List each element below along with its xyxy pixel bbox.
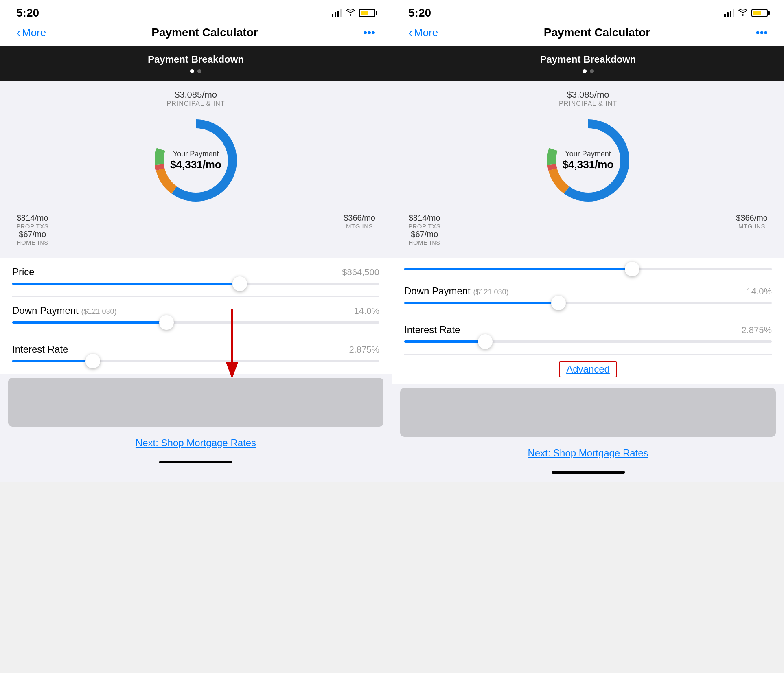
- price-label: Price: [12, 266, 35, 278]
- price-slider-thumb[interactable]: [232, 276, 247, 291]
- mtgins-label-left: MTG INS: [344, 223, 375, 230]
- donut-center-amount-right: $4,331/mo: [563, 158, 614, 171]
- bottom-labels-left: $814/mo PROP TXS $67/mo HOME INS $366/mo…: [12, 213, 379, 246]
- next-link-left[interactable]: Next: Shop Mortgage Rates: [136, 437, 256, 448]
- interest-rate-label-right: Interest Rate: [404, 324, 460, 335]
- chevron-left-icon-left: ‹: [16, 26, 20, 39]
- header-dots-right: [400, 69, 776, 73]
- top-label-text-right: PRINCIPAL & INT: [559, 100, 617, 107]
- price-slider-row: Price $864,500: [12, 258, 379, 297]
- down-payment-sublabel: ($121,030): [81, 307, 116, 316]
- interest-rate-slider-header: Interest Rate 2.875%: [12, 344, 379, 355]
- battery-icon-left: [359, 9, 375, 17]
- donut-center-label-right: Your Payment: [563, 150, 614, 158]
- bottom-label-proptx-right: $814/mo PROP TXS $67/mo HOME INS: [408, 213, 440, 246]
- down-payment-slider-thumb-right[interactable]: [551, 296, 566, 310]
- price-slider-fill-right: [404, 268, 632, 270]
- next-button-right[interactable]: Next: Shop Mortgage Rates: [392, 441, 784, 467]
- proptx-amount-right: $814/mo: [408, 213, 440, 223]
- price-slider-track[interactable]: [12, 283, 379, 285]
- signal-icon-right: [724, 9, 734, 17]
- price-slider-track-right[interactable]: [404, 268, 772, 270]
- price-slider-header: Price $864,500: [12, 266, 379, 278]
- more-button-right[interactable]: •••: [756, 26, 768, 39]
- nav-bar-right: ‹ More Payment Calculator •••: [392, 23, 784, 46]
- interest-rate-value: 2.875%: [349, 344, 379, 355]
- down-payment-slider-fill-right: [404, 302, 558, 304]
- top-label-text-left: PRINCIPAL & INT: [166, 100, 225, 107]
- main-content-left: Payment Breakdown $3,085/mo PRINCIPAL & …: [0, 46, 392, 482]
- down-payment-slider-thumb[interactable]: [159, 315, 174, 330]
- donut-center-left: Your Payment $4,331/mo: [170, 150, 221, 171]
- interest-rate-slider-track-right[interactable]: [404, 340, 772, 343]
- payment-breakdown-header-left: Payment Breakdown: [0, 46, 392, 81]
- interest-rate-slider-row-right: Interest Rate 2.875%: [404, 316, 772, 355]
- nav-bar-left: ‹ More Payment Calculator •••: [0, 23, 392, 46]
- down-payment-sublabel-right: ($121,030): [473, 288, 508, 296]
- donut-chart-right: Your Payment $4,331/mo: [539, 112, 637, 209]
- bottom-label-mtgins-right: $366/mo MTG INS: [736, 213, 768, 246]
- interest-rate-slider-thumb[interactable]: [85, 354, 100, 368]
- top-label-right: $3,085/mo PRINCIPAL & INT: [559, 90, 617, 107]
- status-bar-right: 5:20: [392, 0, 784, 23]
- wifi-icon-right: [738, 9, 747, 18]
- homeins-amount-left: $67/mo: [16, 230, 48, 239]
- page-title-left: Payment Calculator: [151, 26, 258, 39]
- down-payment-slider-fill: [12, 321, 166, 324]
- payment-breakdown-header-right: Payment Breakdown: [392, 46, 784, 81]
- back-button-right[interactable]: ‹ More: [408, 26, 438, 39]
- mtgins-amount-left: $366/mo: [344, 213, 375, 223]
- back-label-right: More: [414, 26, 438, 39]
- next-button-left[interactable]: Next: Shop Mortgage Rates: [0, 431, 392, 457]
- header-dots-left: [8, 69, 383, 73]
- payment-breakdown-title-left: Payment Breakdown: [8, 54, 383, 65]
- dot-active-left: [190, 69, 194, 73]
- interest-rate-slider-track[interactable]: [12, 360, 379, 362]
- proptx-label-right: PROP TXS: [408, 223, 440, 230]
- interest-rate-slider-thumb-right[interactable]: [478, 334, 493, 349]
- screen-left: 5:20 ‹ More Pa: [0, 0, 392, 482]
- down-payment-slider-track-right[interactable]: [404, 302, 772, 304]
- dot-active-right: [583, 69, 587, 73]
- price-slider-row-right: [404, 258, 772, 277]
- sliders-section-left: Price $864,500 Down Payment ($121,030): [0, 258, 392, 374]
- donut-area-right: $3,085/mo PRINCIPAL & INT Your Payment $…: [392, 81, 784, 258]
- payment-breakdown-title-right: Payment Breakdown: [400, 54, 776, 65]
- down-payment-label: Down Payment ($121,030): [12, 305, 117, 316]
- price-slider-fill: [12, 283, 240, 285]
- signal-icon-left: [332, 9, 342, 17]
- chevron-left-icon-right: ‹: [408, 26, 412, 39]
- down-payment-slider-header: Down Payment ($121,030) 14.0%: [12, 305, 379, 316]
- price-value: $864,500: [342, 267, 379, 278]
- advanced-link[interactable]: Advanced: [566, 364, 610, 375]
- down-payment-slider-header-right: Down Payment ($121,030) 14.0%: [404, 285, 772, 297]
- status-icons-right: [724, 9, 768, 18]
- proptx-label-left: PROP TXS: [16, 223, 48, 230]
- mtgins-amount-right: $366/mo: [736, 213, 768, 223]
- advanced-highlight-box: Advanced: [559, 361, 617, 377]
- homeins-label-right: HOME INS: [408, 239, 440, 246]
- top-label-left: $3,085/mo PRINCIPAL & INT: [166, 90, 225, 107]
- next-link-right[interactable]: Next: Shop Mortgage Rates: [528, 447, 648, 458]
- ad-banner-left: [8, 378, 383, 427]
- down-payment-value-right: 14.0%: [747, 286, 772, 297]
- interest-rate-slider-row: Interest Rate 2.875%: [12, 335, 379, 374]
- interest-rate-slider-fill-right: [404, 340, 485, 343]
- more-button-left[interactable]: •••: [364, 26, 375, 39]
- interest-rate-value-right: 2.875%: [741, 325, 772, 335]
- interest-rate-slider-fill: [12, 360, 93, 362]
- mtgins-label-right: MTG INS: [736, 223, 768, 230]
- interest-rate-label: Interest Rate: [12, 344, 68, 355]
- back-label-left: More: [22, 26, 46, 39]
- battery-icon-right: [751, 9, 768, 17]
- advanced-link-container: Advanced: [404, 355, 772, 384]
- dot-inactive-right: [590, 69, 594, 73]
- price-slider-thumb-right[interactable]: [625, 262, 639, 276]
- top-amount-right: $3,085/mo: [559, 90, 617, 100]
- dot-inactive-left: [197, 69, 201, 73]
- down-payment-slider-track[interactable]: [12, 321, 379, 324]
- bottom-labels-right: $814/mo PROP TXS $67/mo HOME INS $366/mo…: [404, 213, 772, 246]
- donut-center-amount-left: $4,331/mo: [170, 158, 221, 171]
- back-button-left[interactable]: ‹ More: [16, 26, 46, 39]
- status-time-left: 5:20: [16, 7, 39, 20]
